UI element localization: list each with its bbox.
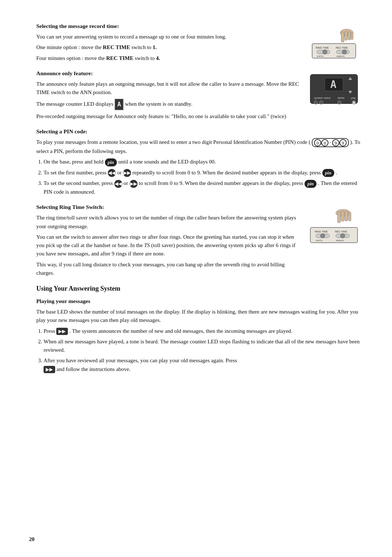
svg-text:RING TIME: RING TIME bbox=[316, 47, 329, 49]
playing-subtitle: Playing your messages bbox=[36, 297, 363, 306]
svg-point-13 bbox=[342, 50, 347, 54]
svg-text:speaker status: speaker status bbox=[314, 97, 331, 100]
svg-point-12 bbox=[323, 50, 327, 54]
using-title: Using Your Answering System bbox=[36, 284, 363, 294]
pin-steps: On the base, press and hold pin until a … bbox=[44, 158, 363, 196]
pin-button-step2: pin bbox=[322, 169, 334, 177]
svg-rect-31 bbox=[348, 212, 351, 221]
select-record-p3: Four minutes option : move the REC TIME … bbox=[36, 54, 299, 62]
svg-point-22 bbox=[314, 101, 318, 104]
svg-point-23 bbox=[319, 101, 323, 104]
pin-p1: To play your messages from a remote loca… bbox=[36, 138, 363, 156]
svg-rect-3 bbox=[348, 32, 351, 40]
play-button-step1: ▶▶ bbox=[56, 328, 68, 335]
svg-text:delete: delete bbox=[338, 97, 344, 99]
ff-btn-step3: ▶▶ bbox=[130, 180, 138, 188]
announce-section: Announce only feature: The announce only… bbox=[36, 69, 363, 123]
ring-p1: The ring time/toll saver switch allows y… bbox=[36, 214, 299, 231]
rewind-btn-step3: ◀◀ bbox=[114, 180, 122, 188]
svg-text:▶: ▶ bbox=[353, 101, 356, 104]
svg-rect-30 bbox=[345, 211, 348, 221]
display-device-container: A speaker status delete play ▶ bbox=[307, 69, 363, 123]
svg-text:2/4/TS: 2/4/TS bbox=[316, 239, 322, 242]
rewind-btn-step2: ◀◀ bbox=[108, 169, 116, 177]
svg-text:RING TIME: RING TIME bbox=[315, 230, 328, 233]
pin-range: 00 - 99 bbox=[312, 138, 349, 147]
select-record-p1: You can set your answering system to rec… bbox=[36, 33, 299, 41]
ring-p3: This way, if you call long distance to c… bbox=[36, 261, 299, 278]
svg-text:REC TIME: REC TIME bbox=[336, 47, 348, 49]
svg-text:A: A bbox=[330, 78, 336, 90]
pin-step3: To set the second number, press ◀◀ or ▶▶… bbox=[44, 179, 363, 196]
using-step1: Press ▶▶ . The system announces the numb… bbox=[44, 327, 363, 335]
using-section: Using Your Answering System Playing your… bbox=[36, 284, 363, 374]
ring-text: Selecting Ring Time Switch: The ring tim… bbox=[36, 203, 299, 279]
ff-btn-step2: ▶▶ bbox=[123, 169, 131, 177]
pin-title: Selecting a PIN code: bbox=[36, 127, 363, 136]
svg-rect-4 bbox=[351, 32, 353, 40]
page-number: 20 bbox=[29, 536, 34, 542]
announce-text: Announce only feature: The announce only… bbox=[36, 69, 299, 123]
svg-text:REC TIME: REC TIME bbox=[335, 230, 347, 233]
page: Selecting the message record time: You c… bbox=[0, 0, 392, 557]
using-p1: The base LED shows the number of total m… bbox=[36, 308, 363, 325]
select-record-text: Selecting the message record time: You c… bbox=[36, 22, 299, 65]
svg-rect-1 bbox=[341, 32, 344, 42]
announce-p2: The message counter LED displays A when … bbox=[36, 99, 299, 110]
svg-text:ANN/4/1: ANN/4/1 bbox=[336, 55, 345, 57]
select-record-section: Selecting the message record time: You c… bbox=[36, 22, 363, 65]
using-step2: When all new messages have played, a ton… bbox=[44, 338, 363, 355]
ring-section: Selecting Ring Time Switch: The ring tim… bbox=[36, 203, 363, 279]
using-step3: After you have reviewed all your message… bbox=[44, 356, 363, 374]
switch-image-container: RING TIME REC TIME 2/4/TS ANN/4/1 bbox=[307, 22, 363, 65]
switch-device-svg: RING TIME REC TIME 2/4/TS ANN/4/1 bbox=[307, 25, 361, 62]
announce-p3: Pre-recorded outgoing message for Announ… bbox=[36, 112, 299, 121]
pin-button-step3: pin bbox=[305, 180, 317, 188]
svg-rect-28 bbox=[338, 212, 340, 223]
display-device-svg: A speaker status delete play ▶ bbox=[307, 73, 361, 107]
svg-rect-29 bbox=[341, 211, 344, 221]
pin-button-inline: pin bbox=[105, 158, 117, 166]
ring-title: Selecting Ring Time Switch: bbox=[36, 203, 299, 211]
select-record-p2: One minute option : move the REC TIME sw… bbox=[36, 43, 299, 52]
svg-point-40 bbox=[340, 234, 345, 238]
svg-text:play: play bbox=[351, 97, 356, 100]
ring-device-container: RING TIME REC TIME 2/4/TS ANN/4/1 bbox=[307, 203, 363, 279]
svg-point-24 bbox=[338, 101, 341, 104]
using-steps: Press ▶▶ . The system announces the numb… bbox=[44, 327, 363, 374]
svg-text:ANN/4/1: ANN/4/1 bbox=[336, 239, 344, 242]
led-a-display: A bbox=[115, 99, 123, 110]
select-record-title: Selecting the message record time: bbox=[36, 22, 299, 31]
announce-p1: The announce only feature plays an outgo… bbox=[36, 80, 299, 97]
pin-step1: On the base, press and hold pin until a … bbox=[44, 158, 363, 166]
announce-title: Announce only feature: bbox=[36, 69, 299, 78]
pin-section: Selecting a PIN code: To play your messa… bbox=[36, 127, 363, 196]
svg-rect-2 bbox=[345, 31, 347, 40]
pin-step2: To set the first number, press ◀◀ or ▶▶ … bbox=[44, 169, 363, 177]
svg-point-39 bbox=[320, 234, 325, 238]
svg-text:2/4/TS: 2/4/TS bbox=[317, 55, 323, 57]
play-button-step3: ▶▶ bbox=[44, 366, 55, 373]
ring-p2: You can set the switch to answer after t… bbox=[36, 233, 299, 258]
ring-device-svg: RING TIME REC TIME 2/4/TS ANN/4/1 bbox=[307, 206, 361, 246]
